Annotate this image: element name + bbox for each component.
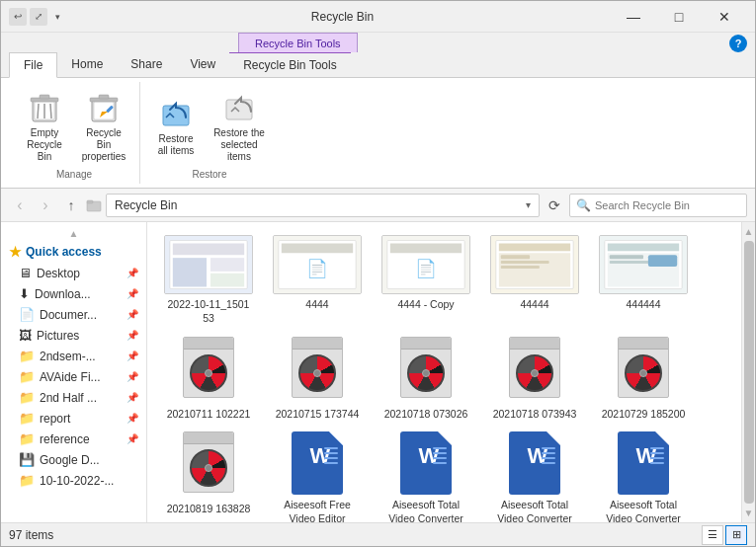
view-grid-button[interactable]: ⊞	[725, 525, 747, 545]
sidebar-item-pictures[interactable]: 🖼 Pictures 📌	[1, 325, 146, 346]
desktop-icon: 🖥	[19, 266, 32, 280]
up-button[interactable]: ↑	[60, 195, 82, 216]
folder-icon-3: 📁	[19, 390, 35, 405]
svg-rect-22	[210, 274, 244, 287]
quick-access-icon-2[interactable]: ⤢	[30, 8, 47, 26]
svg-rect-35	[501, 255, 530, 259]
scroll-down-arrow[interactable]: ▼	[742, 506, 755, 520]
close-button[interactable]: ✕	[702, 1, 747, 33]
tab-home[interactable]: Home	[57, 51, 117, 77]
sidebar-quick-access[interactable]: ★ Quick access	[1, 241, 146, 263]
help-button[interactable]: ?	[729, 35, 747, 52]
pictures-icon: 🖼	[19, 328, 32, 343]
search-bar[interactable]: 🔍	[569, 194, 747, 217]
file-item-20210718-073026[interactable]: 20210718 073026	[373, 332, 479, 425]
tab-view[interactable]: View	[176, 51, 229, 77]
ribbon-content: EmptyRecycle Bin	[1, 78, 755, 189]
ribbon-group-manage: EmptyRecycle Bin	[9, 82, 140, 184]
scroll-up-arrow[interactable]: ▲	[742, 224, 755, 239]
file-item-444444[interactable]: 444444	[590, 230, 697, 330]
file-item-20210711[interactable]: 20210711 102221	[155, 332, 262, 425]
image-preview-3: 📄	[381, 235, 470, 294]
star-icon: ★	[9, 244, 22, 260]
recycle-bin-properties-button[interactable]: Recycle Binproperties	[76, 86, 131, 167]
forward-button[interactable]: ›	[35, 195, 56, 216]
file-item-aiseesoft-total-3[interactable]: W Aiseesoft TotalVideo Converter	[590, 427, 697, 522]
folder-icon-1: 📁	[19, 349, 35, 363]
file-name-12: Aiseesoft FreeVideo Editor	[284, 499, 351, 522]
sidebar-item-report[interactable]: 📁 report 📌	[1, 408, 146, 429]
sidebar-scroll-up[interactable]: ▲	[1, 226, 146, 241]
file-item-4444-copy[interactable]: 📄 4444 - Copy	[373, 230, 479, 330]
address-dropdown-arrow[interactable]: ▾	[526, 199, 531, 210]
file-item-20210729[interactable]: 20210729 185200	[590, 332, 697, 425]
sidebar-item-reference[interactable]: 📁 reference 📌	[1, 429, 146, 449]
file-item-aiseesoft-total-1[interactable]: W Aiseesoft TotalVideo Converter	[373, 427, 479, 522]
file-name-14: Aiseesoft TotalVideo Converter	[497, 499, 572, 522]
tab-share[interactable]: Share	[117, 51, 176, 77]
back-button[interactable]: ‹	[9, 195, 31, 216]
svg-rect-14	[226, 100, 252, 119]
file-name-3: 4444 - Copy	[397, 298, 454, 310]
restore-selected-icon	[221, 90, 257, 125]
manage-group-label: Manage	[17, 169, 131, 180]
file-item-20210718-073943[interactable]: 20210718 073943	[481, 332, 588, 425]
word-icon-1: W	[292, 431, 343, 495]
svg-rect-33	[499, 243, 570, 251]
pin-icon-4: 📌	[126, 330, 138, 341]
svg-rect-21	[210, 258, 244, 272]
google-drive-label: Google D...	[40, 453, 100, 467]
view-list-button[interactable]: ☰	[702, 525, 723, 545]
image-preview-1	[164, 235, 253, 294]
sidebar-item-2ndhalf[interactable]: 📁 2nd Half ... 📌	[1, 387, 146, 408]
tab-recycle-bin-tools[interactable]: Recycle Bin Tools	[229, 51, 351, 77]
file-item-44444[interactable]: 44444	[481, 230, 588, 330]
quick-access-icon-1[interactable]: ↩	[9, 8, 27, 26]
file-item-2022-10-11[interactable]: 2022-10-11_150153	[155, 230, 262, 330]
restore-group-label: Restore	[148, 169, 271, 180]
drive-icon: 💾	[19, 452, 35, 467]
manage-buttons: EmptyRecycle Bin	[17, 86, 131, 167]
desktop-label: Desktop	[37, 267, 80, 280]
sidebar-item-avaide[interactable]: 📁 AVAide Fi... 📌	[1, 366, 146, 387]
file-name-15: Aiseesoft TotalVideo Converter	[606, 499, 681, 522]
file-item-4444[interactable]: 📄 4444	[264, 230, 371, 330]
search-input[interactable]	[595, 199, 740, 211]
minimize-button[interactable]: —	[611, 1, 656, 33]
2ndsem-label: 2ndsem-...	[40, 350, 96, 363]
svg-rect-25	[282, 243, 353, 253]
pin-icon-7: 📌	[126, 392, 138, 403]
toolbar: ‹ › ↑ Recycle Bin ▾ ⟳ 🔍	[1, 189, 755, 222]
view-options: ☰ ⊞	[702, 525, 747, 545]
disc-icon-1	[179, 337, 238, 406]
quick-access-dropdown[interactable]: ▾	[50, 8, 64, 26]
tab-file[interactable]: File	[9, 52, 57, 78]
restore-selected-button[interactable]: Restore theselected items	[208, 86, 271, 167]
file-item-20210715[interactable]: 20210715 173744	[264, 332, 371, 425]
image-preview-4	[490, 235, 579, 294]
path-icon	[86, 197, 102, 213]
sidebar-item-2ndsem[interactable]: 📁 2ndsem-... 📌	[1, 346, 146, 366]
refresh-button[interactable]: ⟳	[544, 195, 565, 216]
folder-icon-6: 📁	[19, 473, 35, 488]
file-item-20210819[interactable]: 20210819 163828	[155, 427, 262, 522]
ribbon-group-restore: Restoreall items Restore theselected ite…	[140, 82, 279, 184]
address-bar[interactable]: Recycle Bin ▾	[106, 194, 540, 217]
scroll-thumb[interactable]	[744, 241, 754, 504]
restore-all-items-button[interactable]: Restoreall items	[148, 92, 204, 161]
file-item-aiseesoft-total-2[interactable]: W Aiseesoft TotalVideo Converter	[481, 427, 588, 522]
sidebar-item-date-folder[interactable]: 📁 10-10-2022-...	[1, 470, 146, 491]
maximize-button[interactable]: □	[656, 1, 702, 33]
sidebar-item-google-drive[interactable]: 💾 Google D...	[1, 449, 146, 470]
restore-buttons: Restoreall items Restore theselected ite…	[148, 86, 271, 167]
empty-recycle-bin-button[interactable]: EmptyRecycle Bin	[17, 86, 72, 167]
svg-rect-10	[99, 95, 109, 99]
scrollbar[interactable]: ▲ ▼	[741, 222, 755, 522]
svg-rect-20	[173, 258, 207, 286]
sidebar-item-documents[interactable]: 📄 Documer... 📌	[1, 304, 146, 325]
sidebar-item-downloads[interactable]: ⬇ Downloa... 📌	[1, 283, 146, 304]
file-item-aiseesoft-free[interactable]: W Aiseesoft FreeVideo Editor	[264, 427, 371, 522]
pin-icon-8: 📌	[126, 413, 138, 424]
sidebar-item-desktop[interactable]: 🖥 Desktop 📌	[1, 263, 146, 283]
search-icon: 🔍	[576, 198, 591, 212]
